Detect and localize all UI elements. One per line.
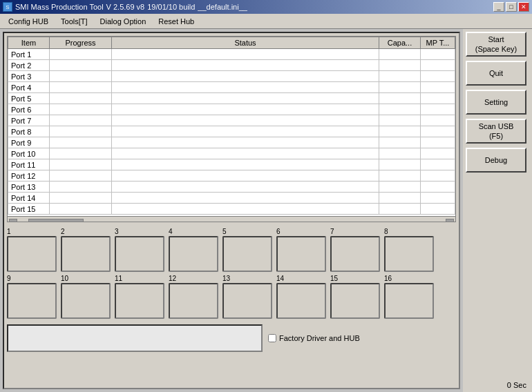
- cell-progress: [50, 71, 112, 82]
- setting-button[interactable]: Setting: [466, 90, 526, 115]
- maximize-button[interactable]: □: [506, 2, 517, 12]
- factory-driver-checkbox[interactable]: [268, 334, 276, 342]
- port-tile-10[interactable]: 10: [61, 275, 111, 319]
- col-header-status: Status: [112, 37, 379, 49]
- table-row: Port 14: [8, 193, 455, 204]
- port-tile-13[interactable]: 13: [222, 275, 272, 319]
- port-tile-3[interactable]: 3: [115, 228, 164, 272]
- cell-capacity: [379, 93, 421, 104]
- app-icon: S: [3, 2, 12, 12]
- port-tile-15[interactable]: 15: [330, 275, 380, 319]
- cell-progress: [50, 104, 112, 115]
- port-tile-box-10[interactable]: [61, 283, 111, 319]
- cell-capacity: [379, 60, 421, 71]
- cell-capacity: [379, 182, 421, 193]
- menu-reset-hub[interactable]: Reset Hub: [153, 16, 200, 27]
- port-tile-box-15[interactable]: [330, 283, 380, 319]
- port-tile-box-9[interactable]: [7, 283, 57, 319]
- start-button[interactable]: Start(Space Key): [466, 32, 526, 57]
- cell-mp_type: [421, 60, 455, 71]
- cell-progress: [50, 204, 112, 215]
- cell-progress: [50, 148, 112, 159]
- port-tile-6[interactable]: 6: [276, 228, 326, 272]
- cell-status: [112, 115, 379, 126]
- menu-config-hub[interactable]: Config HUB: [3, 16, 54, 27]
- table-container: Item Progress Status Capa... MP T... Por…: [7, 36, 456, 222]
- port-tile-box-8[interactable]: [384, 236, 434, 272]
- cell-mp_type: [421, 115, 455, 126]
- port-tile-label-8: 8: [384, 228, 388, 235]
- port-tile-2[interactable]: 2: [61, 228, 111, 272]
- cell-capacity: [379, 49, 421, 60]
- cell-status: [112, 193, 379, 204]
- input-bar: Factory Driver and HUB: [7, 324, 456, 352]
- table-scroll[interactable]: Item Progress Status Capa... MP T... Por…: [8, 37, 455, 216]
- cell-item: Port 11: [8, 159, 50, 170]
- cell-status: [112, 204, 379, 215]
- app-title: SMI Mass Production Tool: [15, 3, 104, 11]
- config-file: __default.ini__: [198, 3, 247, 11]
- port-tile-box-4[interactable]: [169, 236, 218, 272]
- port-tile-label-6: 6: [276, 228, 281, 235]
- port-tile-label-4: 4: [169, 228, 173, 235]
- port-tile-16[interactable]: 16: [384, 275, 434, 319]
- right-panel: Start(Space Key) Quit Setting Scan USB(F…: [463, 29, 532, 392]
- port-tile-7[interactable]: 7: [330, 228, 380, 272]
- minimize-button[interactable]: _: [493, 2, 504, 12]
- title-left: S SMI Mass Production Tool V 2.5.69 v8 1…: [3, 2, 247, 12]
- build-date: 19/01/10 build: [147, 3, 195, 11]
- port-tile-5[interactable]: 5: [222, 228, 272, 272]
- port-tiles-area: 12345678 910111213141516: [4, 225, 459, 322]
- cell-item: Port 9: [8, 137, 50, 148]
- tiles-row-1: 12345678: [7, 228, 456, 272]
- horizontal-scrollbar[interactable]: [8, 216, 455, 222]
- cell-item: Port 3: [8, 71, 50, 82]
- scan-usb-button[interactable]: Scan USB(F5): [466, 119, 526, 144]
- close-button[interactable]: ✕: [518, 2, 529, 12]
- port-tile-1[interactable]: 1: [7, 228, 57, 272]
- main-input-box[interactable]: [7, 324, 263, 352]
- cell-mp_type: [421, 126, 455, 137]
- port-tile-box-5[interactable]: [222, 236, 272, 272]
- quit-button[interactable]: Quit: [466, 61, 526, 86]
- cell-mp_type: [421, 193, 455, 204]
- port-tile-box-3[interactable]: [115, 236, 164, 272]
- menu-tools[interactable]: Tools[T]: [55, 16, 93, 27]
- cell-status: [112, 159, 379, 170]
- port-tile-label-9: 9: [7, 275, 11, 282]
- cell-capacity: [379, 126, 421, 137]
- port-tile-box-12[interactable]: [169, 283, 218, 319]
- cell-capacity: [379, 71, 421, 82]
- port-tile-box-11[interactable]: [115, 283, 164, 319]
- cell-capacity: [379, 104, 421, 115]
- port-tile-label-3: 3: [115, 228, 119, 235]
- cell-progress: [50, 159, 112, 170]
- port-tile-box-6[interactable]: [276, 236, 326, 272]
- cell-mp_type: [421, 159, 455, 170]
- factory-driver-label: Factory Driver and HUB: [279, 334, 360, 342]
- cell-progress: [50, 82, 112, 93]
- port-tile-12[interactable]: 12: [169, 275, 218, 319]
- col-header-mp: MP T...: [421, 37, 455, 49]
- port-tile-box-13[interactable]: [222, 283, 272, 319]
- port-tile-14[interactable]: 14: [276, 275, 326, 319]
- port-tile-box-2[interactable]: [61, 236, 111, 272]
- port-tile-11[interactable]: 11: [115, 275, 164, 319]
- menu-dialog-option[interactable]: Dialog Option: [95, 16, 152, 27]
- port-tile-box-16[interactable]: [384, 283, 434, 319]
- left-panel: Item Progress Status Capa... MP T... Por…: [3, 32, 460, 389]
- port-tile-8[interactable]: 8: [384, 228, 434, 272]
- cell-item: Port 4: [8, 82, 50, 93]
- table-row: Port 2: [8, 60, 455, 71]
- port-tile-box-1[interactable]: [7, 236, 57, 272]
- debug-button[interactable]: Debug: [466, 148, 526, 173]
- port-tile-box-14[interactable]: [276, 283, 326, 319]
- port-tile-box-7[interactable]: [330, 236, 380, 272]
- cell-item: Port 15: [8, 204, 50, 215]
- port-tile-4[interactable]: 4: [169, 228, 218, 272]
- hscroll-thumb[interactable]: [28, 219, 84, 223]
- cell-mp_type: [421, 204, 455, 215]
- cell-mp_type: [421, 93, 455, 104]
- port-tile-9[interactable]: 9: [7, 275, 57, 319]
- port-tile-label-5: 5: [222, 228, 227, 235]
